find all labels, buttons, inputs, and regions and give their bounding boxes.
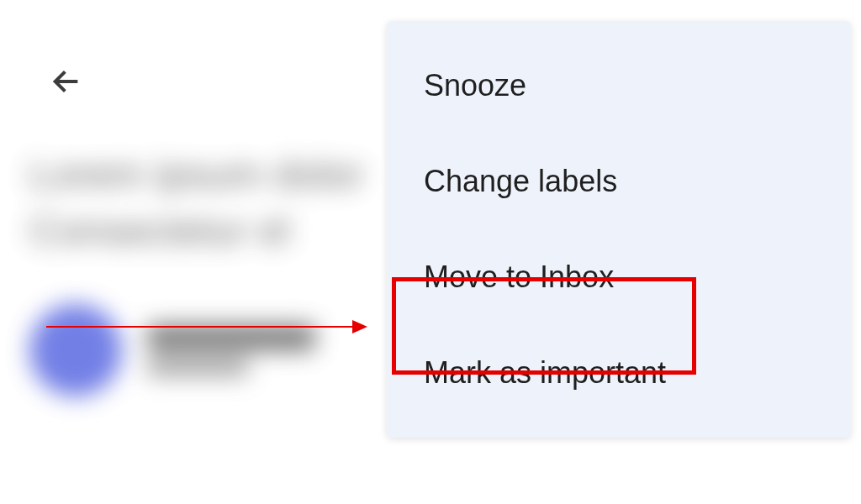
menu-item-move-to-inbox[interactable]: Move to Inbox (387, 229, 851, 325)
menu-item-mark-as-important[interactable]: Mark as important (387, 325, 851, 421)
back-button[interactable] (46, 63, 87, 103)
arrow-back-icon (50, 65, 83, 102)
email-preview-blurred: Lorem ipsum dolor Consectetur el (29, 151, 383, 396)
menu-item-snooze[interactable]: Snooze (387, 38, 851, 134)
menu-item-change-labels[interactable]: Change labels (387, 134, 851, 229)
overflow-menu: Snooze Change labels Move to Inbox Mark … (387, 21, 851, 438)
